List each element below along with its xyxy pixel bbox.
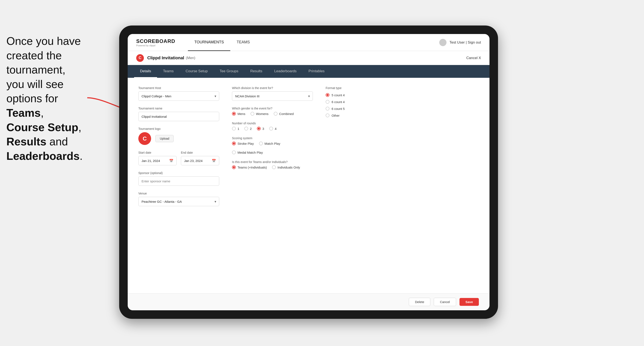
- tab-printables[interactable]: Printables: [303, 65, 331, 78]
- rounds-radio-group: 1 2 3 4: [232, 127, 313, 131]
- format-6count5-radio[interactable]: [326, 107, 330, 111]
- main-content: Tournament Host Clippd College - Men Tou…: [128, 78, 490, 293]
- tablet-device: SCOREBOARD Powered by clippd TOURNAMENTS…: [119, 25, 498, 319]
- gender-womens[interactable]: Womens: [250, 112, 268, 116]
- gender-mens-radio[interactable]: [232, 112, 236, 116]
- team-individual-label: Is this event for Teams and/or Individua…: [232, 160, 313, 164]
- gender-combined[interactable]: Combined: [274, 112, 294, 116]
- gender-group: Which gender is the event for? Mens Wome…: [232, 107, 313, 116]
- tournament-icon: C: [136, 54, 144, 62]
- tournament-gender: (Men): [186, 56, 195, 60]
- round-4[interactable]: 4: [269, 127, 276, 131]
- tournament-name-label: Tournament name: [138, 107, 219, 110]
- scoring-stroke-radio[interactable]: [232, 142, 236, 145]
- tournament-name-group: Tournament name: [138, 107, 219, 121]
- venue-label: Venue: [138, 192, 219, 195]
- scoring-stroke[interactable]: Stroke Play: [232, 142, 254, 145]
- scoring-medal-match[interactable]: Medal Match Play: [232, 151, 263, 154]
- format-label: Format type: [326, 86, 402, 90]
- tournament-name-input[interactable]: [138, 112, 219, 121]
- format-other-radio[interactable]: [326, 114, 330, 117]
- sponsor-group: Sponsor (optional): [138, 171, 219, 186]
- round-2[interactable]: 2: [244, 127, 252, 131]
- logo-sub: Powered by clippd: [136, 44, 175, 47]
- team-individual-group: Is this event for Teams and/or Individua…: [232, 160, 313, 169]
- rounds-label: Number of rounds: [232, 122, 313, 125]
- scoring-medal-radio[interactable]: [232, 151, 236, 154]
- tournament-host-select[interactable]: Clippd College - Men: [138, 91, 219, 101]
- venue-select[interactable]: Peachtree GC - Atlanta - GA: [138, 197, 219, 206]
- user-label[interactable]: Test User | Sign out: [450, 40, 481, 45]
- tournament-host-group: Tournament Host Clippd College - Men: [138, 86, 219, 101]
- round-4-radio[interactable]: [269, 127, 273, 131]
- format-6count4-radio[interactable]: [326, 100, 330, 104]
- user-area: Test User | Sign out: [439, 39, 481, 46]
- tab-course-setup[interactable]: Course Setup: [180, 65, 214, 78]
- format-5count4[interactable]: 5 count 4: [326, 93, 402, 97]
- team-radio-group: Teams (+Individuals) Individuals Only: [232, 165, 313, 169]
- tablet-screen: SCOREBOARD Powered by clippd TOURNAMENTS…: [128, 34, 490, 310]
- intro-text: Once you have created the tournament, yo…: [0, 30, 98, 168]
- scoring-group: Scoring system Stroke Play Match Play: [232, 137, 313, 154]
- team-individuals[interactable]: Individuals Only: [272, 165, 300, 169]
- avatar: [439, 39, 446, 46]
- start-date-label: Start date: [138, 151, 177, 154]
- calendar-icon: 📅: [169, 159, 174, 163]
- left-column: Tournament Host Clippd College - Men Tou…: [138, 86, 219, 285]
- cancel-footer-button[interactable]: Cancel: [434, 298, 456, 306]
- tab-teams[interactable]: Teams: [157, 65, 180, 78]
- logo-area: SCOREBOARD Powered by clippd: [136, 38, 175, 47]
- upload-button[interactable]: Upload: [155, 135, 174, 142]
- gender-mens[interactable]: Mens: [232, 112, 246, 116]
- date-row: Start date Jan 21, 2024 📅 End date Jan 2…: [138, 151, 219, 165]
- tab-leaderboards[interactable]: Leaderboards: [268, 65, 303, 78]
- team-teams[interactable]: Teams (+Individuals): [232, 165, 267, 169]
- delete-button[interactable]: Delete: [409, 298, 430, 306]
- round-1-radio[interactable]: [232, 127, 236, 131]
- round-1[interactable]: 1: [232, 127, 239, 131]
- scoring-match[interactable]: Match Play: [259, 142, 280, 145]
- venue-group: Venue Peachtree GC - Atlanta - GA: [138, 192, 219, 206]
- tab-bar: Details Teams Course Setup Tee Groups Re…: [128, 65, 490, 78]
- sponsor-input[interactable]: [138, 176, 219, 186]
- nav-teams[interactable]: TEAMS: [230, 34, 256, 51]
- rounds-group: Number of rounds 1 2 3: [232, 122, 313, 131]
- logo-text: SCOREBOARD: [136, 38, 175, 44]
- tab-results[interactable]: Results: [244, 65, 268, 78]
- gender-label: Which gender is the event for?: [232, 107, 313, 110]
- division-select[interactable]: NCAA Division III: [232, 91, 313, 101]
- cancel-button[interactable]: Cancel X: [466, 56, 481, 60]
- date-group: Start date Jan 21, 2024 📅 End date Jan 2…: [138, 151, 219, 165]
- team-individuals-radio[interactable]: [272, 165, 276, 169]
- format-5count4-radio[interactable]: [326, 93, 330, 97]
- logo-upload-area: C Upload: [138, 132, 219, 145]
- round-2-radio[interactable]: [244, 127, 248, 131]
- start-date-input[interactable]: Jan 21, 2024 📅: [138, 156, 177, 165]
- tournament-host-select-wrapper: Clippd College - Men: [138, 91, 219, 101]
- nav-tournaments[interactable]: TOURNAMENTS: [188, 34, 230, 51]
- division-group: Which division is the event for? NCAA Di…: [232, 86, 313, 101]
- format-6count5[interactable]: 6 count 5: [326, 107, 402, 111]
- format-6count4[interactable]: 6 count 4: [326, 100, 402, 104]
- tournament-logo-label: Tournament logo: [138, 127, 219, 131]
- tab-details[interactable]: Details: [134, 65, 157, 78]
- gender-radio-group: Mens Womens Combined: [232, 112, 313, 116]
- end-date-input[interactable]: Jan 23, 2024 📅: [181, 156, 219, 165]
- format-other[interactable]: Other: [326, 114, 402, 117]
- team-teams-radio[interactable]: [232, 165, 236, 169]
- gender-combined-radio[interactable]: [274, 112, 278, 116]
- save-button[interactable]: Save: [460, 298, 479, 306]
- scoring-radio-group: Stroke Play Match Play Medal Match Play: [232, 142, 313, 154]
- tournament-name: Clippd Invitational: [147, 55, 184, 60]
- round-3-radio[interactable]: [257, 127, 261, 131]
- scoring-match-radio[interactable]: [259, 142, 263, 145]
- round-3[interactable]: 3: [257, 127, 264, 131]
- start-date-group: Start date Jan 21, 2024 📅: [138, 151, 177, 165]
- tab-tee-groups[interactable]: Tee Groups: [214, 65, 244, 78]
- gender-womens-radio[interactable]: [250, 112, 254, 116]
- end-date-label: End date: [181, 151, 219, 154]
- bottom-footer: Delete Cancel Save: [128, 293, 490, 310]
- scoring-label: Scoring system: [232, 137, 313, 140]
- tournament-bar: C Clippd Invitational (Men) Cancel X: [128, 51, 490, 65]
- division-label: Which division is the event for?: [232, 86, 313, 90]
